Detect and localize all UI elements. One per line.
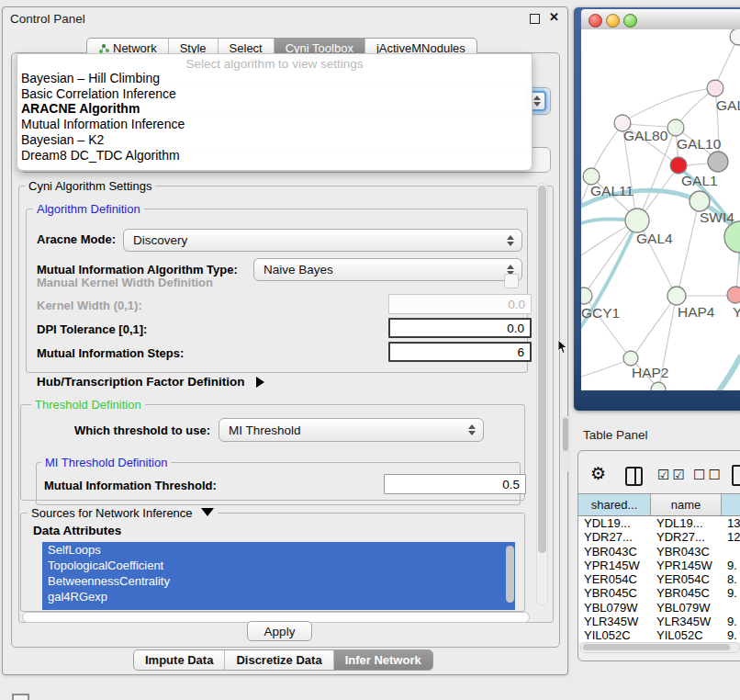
network-canvas[interactable]: GALGAL80GAL10GAL1GAL11SWI4GAL4GCY1HAP4YH… [581, 29, 740, 390]
table-row[interactable]: YBL079WYBL079W [578, 601, 740, 615]
table-cell[interactable]: 9. [722, 559, 740, 572]
tab-infer-network[interactable]: Infer Network [333, 650, 432, 670]
apply-button[interactable]: Apply [247, 621, 312, 641]
table-cell[interactable]: YIL052C [651, 628, 722, 642]
table-cell[interactable]: YIL052C [578, 628, 651, 642]
kernel-width-input[interactable]: 0.0 [388, 294, 532, 314]
table-cell[interactable] [722, 545, 740, 559]
network-node-labels: GALGAL80GAL10GAL1GAL11SWI4GAL4GCY1HAP4YH… [581, 97, 740, 380]
table-row[interactable]: YLR345WYLR345W9. [578, 615, 740, 628]
settings-scrollbar-thumb[interactable] [538, 186, 546, 553]
hub-definition-toggle[interactable]: Hub/Transcription Factor Definition [37, 375, 264, 389]
table-row[interactable]: YIL052CYIL052C9. [578, 628, 740, 642]
table-row[interactable]: YPR145WYPR145W9. [578, 559, 740, 572]
zoom-traffic-icon[interactable] [623, 14, 637, 28]
data-attributes-list[interactable]: SelfLoopsTopologicalCoefficientBetweenne… [42, 542, 515, 610]
attribute-list-item[interactable]: SelfLoops [42, 542, 515, 558]
mi-type-combobox[interactable]: Naive Bayes [253, 258, 522, 281]
column-header-name[interactable]: name [651, 494, 722, 515]
table-cell[interactable]: YLR345W [578, 615, 651, 628]
table-row[interactable]: YDR27...YDR27...12 [578, 530, 740, 544]
dpi-tolerance-input[interactable]: 0.0 [388, 318, 532, 338]
attribute-list-item[interactable]: BetweennessCentrality [42, 573, 515, 589]
float-window-icon[interactable] [530, 14, 540, 24]
network-node[interactable] [724, 221, 740, 253]
which-threshold-combobox[interactable]: MI Threshold [219, 418, 484, 442]
sources-toggle[interactable]: Sources for Network Inference [28, 506, 218, 520]
mi-steps-input[interactable]: 6 [388, 342, 532, 362]
table-cell[interactable]: YBR043C [651, 545, 722, 559]
network-node-gal10[interactable] [667, 119, 684, 136]
manual-kernel-checkbox[interactable] [504, 274, 519, 288]
network-node-hap4[interactable] [667, 287, 686, 305]
network-node[interactable] [730, 29, 740, 45]
algorithm-option[interactable]: ARACNE Algorithm [17, 101, 532, 117]
algorithm-option[interactable]: Mutual Information Inference [17, 117, 532, 132]
docked-panel-icon[interactable] [12, 694, 29, 700]
attribute-list-item[interactable] [42, 604, 515, 610]
checked-boxes-icon[interactable]: ☑☑ [657, 467, 688, 483]
gear-icon[interactable]: ⚙ [590, 465, 606, 482]
attributes-scrollbar-thumb[interactable] [506, 546, 514, 603]
close-icon[interactable]: ✕ [549, 10, 559, 24]
algorithm-option[interactable]: Dream8 DC_TDC Algorithm [17, 148, 532, 164]
table-cell[interactable]: YBR045C [578, 586, 651, 600]
table-cell[interactable]: 12 [722, 530, 740, 544]
network-node-y[interactable] [727, 287, 740, 303]
split-columns-icon[interactable] [625, 467, 643, 486]
attribute-list-item[interactable]: TopologicalCoefficient [42, 558, 515, 573]
table-cell[interactable] [722, 601, 740, 615]
table-cell[interactable]: YPR145W [651, 559, 722, 572]
node-label: GAL80 [623, 128, 668, 143]
table-cell[interactable]: 9. [722, 615, 740, 628]
network-node-gal4[interactable] [625, 209, 649, 232]
table-cell[interactable]: 8. [722, 572, 740, 586]
table-cell[interactable]: YLR345W [651, 615, 722, 628]
table-cell[interactable]: 13 [722, 516, 740, 530]
network-node[interactable] [708, 152, 728, 172]
network-node-swi4[interactable] [690, 191, 710, 211]
table-cell[interactable]: YBR043C [578, 545, 651, 559]
table-cell[interactable]: YER054C [578, 572, 651, 586]
table-row[interactable]: YBR043CYBR043C [578, 545, 740, 559]
table-row[interactable]: YBR045CYBR045C9. [578, 586, 740, 600]
table-cell[interactable]: YDL19... [651, 516, 722, 530]
algorithm-option[interactable]: Bayesian – Hill Climbing [17, 71, 532, 86]
column-header-partial[interactable] [722, 494, 740, 515]
table-cell[interactable]: YDL19... [578, 516, 651, 530]
aracne-mode-combobox[interactable]: Discovery [123, 229, 522, 252]
table-cell[interactable]: YDR27... [578, 530, 651, 544]
table-hscrollbar-thumb[interactable] [583, 644, 730, 650]
unchecked-boxes-icon[interactable]: ☐☐ [693, 467, 723, 483]
tab-discretize-data[interactable]: Discretize Data [224, 650, 332, 670]
table-cell[interactable]: YPR145W [578, 559, 651, 572]
table-cell[interactable]: 9. [722, 586, 740, 600]
control-panel-titlebar[interactable]: Control Panel ✕ [3, 7, 567, 31]
network-node-gal[interactable] [707, 80, 723, 96]
document-icon[interactable] [732, 465, 740, 486]
settings-scrollbar-track[interactable] [536, 183, 548, 605]
table-row[interactable]: YER054CYER054C8. [578, 572, 740, 586]
table-cell[interactable]: YER054C [651, 572, 722, 586]
table-cell[interactable]: YBL079W [578, 601, 651, 615]
table-cell[interactable]: YDR27... [651, 530, 722, 544]
network-view-titlebar[interactable] [581, 9, 740, 30]
column-header-shared-name[interactable]: shared... [578, 494, 651, 515]
network-node-gcy1[interactable] [581, 288, 592, 304]
divider-scrollbar-track[interactable] [562, 415, 569, 472]
table-cell[interactable]: 9. [722, 628, 740, 642]
tab-impute-data[interactable]: Impute Data [134, 650, 224, 670]
table-cell[interactable]: YBR045C [651, 586, 722, 600]
network-node-hap2[interactable] [623, 351, 638, 366]
table-cell[interactable]: YBL079W [651, 601, 722, 615]
minimize-traffic-icon[interactable] [606, 14, 620, 28]
divider-scrollbar-thumb[interactable] [563, 418, 568, 451]
table-row[interactable]: YDL19...YDL19...13 [578, 516, 740, 530]
network-node-gal1[interactable] [670, 157, 687, 174]
algorithm-option[interactable]: Bayesian – K2 [17, 132, 532, 148]
algorithm-option[interactable]: Basic Correlation Inference [17, 86, 532, 102]
table-hscrollbar-track[interactable] [580, 642, 740, 653]
close-traffic-icon[interactable] [589, 14, 602, 28]
mi-threshold-input[interactable]: 0.5 [384, 474, 526, 494]
attribute-list-item[interactable]: gal4RGexp [42, 589, 515, 604]
